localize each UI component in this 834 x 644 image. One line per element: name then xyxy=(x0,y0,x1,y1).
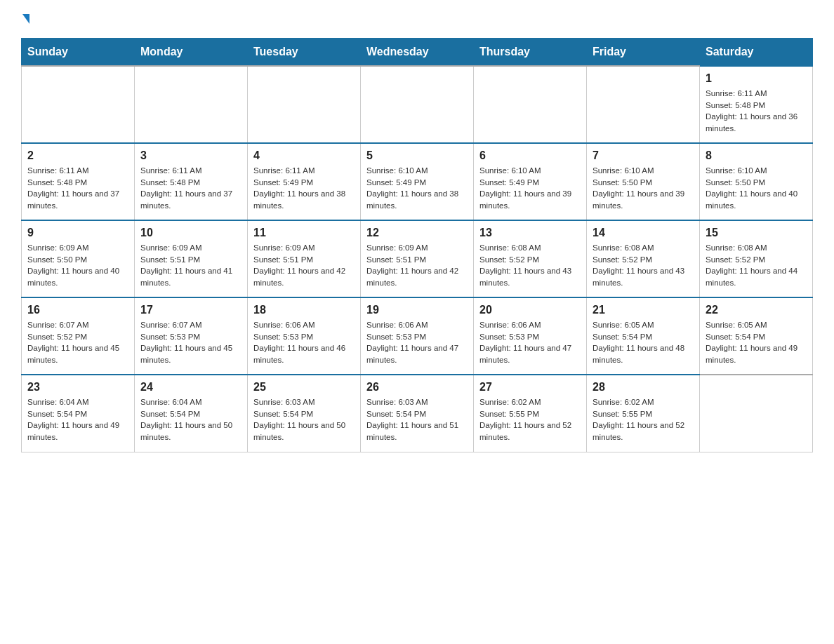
calendar-cell: 5Sunrise: 6:10 AM Sunset: 5:49 PM Daylig… xyxy=(361,143,474,220)
calendar-cell: 1Sunrise: 6:11 AM Sunset: 5:48 PM Daylig… xyxy=(700,66,813,143)
day-info: Sunrise: 6:05 AM Sunset: 5:54 PM Dayligh… xyxy=(706,319,807,366)
calendar-cell: 11Sunrise: 6:09 AM Sunset: 5:51 PM Dayli… xyxy=(248,220,361,297)
calendar-cell: 6Sunrise: 6:10 AM Sunset: 5:49 PM Daylig… xyxy=(474,143,587,220)
day-number: 20 xyxy=(479,304,581,316)
calendar-cell: 17Sunrise: 6:07 AM Sunset: 5:53 PM Dayli… xyxy=(135,297,248,375)
week-row-2: 2Sunrise: 6:11 AM Sunset: 5:48 PM Daylig… xyxy=(22,143,813,220)
day-number: 12 xyxy=(366,227,468,239)
weekday-header-sunday: Sunday xyxy=(22,39,135,67)
day-number: 8 xyxy=(706,149,807,162)
day-number: 3 xyxy=(140,149,241,162)
week-row-1: 1Sunrise: 6:11 AM Sunset: 5:48 PM Daylig… xyxy=(22,66,813,143)
day-number: 28 xyxy=(593,381,694,394)
day-info: Sunrise: 6:09 AM Sunset: 5:51 PM Dayligh… xyxy=(253,242,355,289)
calendar-cell: 7Sunrise: 6:10 AM Sunset: 5:50 PM Daylig… xyxy=(587,143,700,220)
calendar-cell: 21Sunrise: 6:05 AM Sunset: 5:54 PM Dayli… xyxy=(587,297,700,375)
day-info: Sunrise: 6:09 AM Sunset: 5:51 PM Dayligh… xyxy=(140,242,241,289)
day-info: Sunrise: 6:10 AM Sunset: 5:49 PM Dayligh… xyxy=(366,165,468,212)
day-number: 11 xyxy=(253,227,355,239)
day-info: Sunrise: 6:11 AM Sunset: 5:48 PM Dayligh… xyxy=(27,165,128,212)
calendar-cell: 12Sunrise: 6:09 AM Sunset: 5:51 PM Dayli… xyxy=(361,220,474,297)
calendar-cell: 23Sunrise: 6:04 AM Sunset: 5:54 PM Dayli… xyxy=(22,375,135,452)
day-info: Sunrise: 6:07 AM Sunset: 5:52 PM Dayligh… xyxy=(27,319,128,366)
page-header xyxy=(21,14,813,24)
day-number: 24 xyxy=(140,381,241,394)
calendar-cell: 28Sunrise: 6:02 AM Sunset: 5:55 PM Dayli… xyxy=(587,375,700,452)
weekday-header-saturday: Saturday xyxy=(700,39,813,67)
day-info: Sunrise: 6:08 AM Sunset: 5:52 PM Dayligh… xyxy=(593,242,694,289)
week-row-5: 23Sunrise: 6:04 AM Sunset: 5:54 PM Dayli… xyxy=(22,375,813,452)
calendar-cell: 2Sunrise: 6:11 AM Sunset: 5:48 PM Daylig… xyxy=(22,143,135,220)
day-info: Sunrise: 6:09 AM Sunset: 5:51 PM Dayligh… xyxy=(366,242,468,289)
day-number: 2 xyxy=(27,149,128,162)
day-number: 7 xyxy=(593,149,694,162)
calendar-cell: 26Sunrise: 6:03 AM Sunset: 5:54 PM Dayli… xyxy=(361,375,474,452)
logo xyxy=(21,14,29,24)
calendar-cell: 16Sunrise: 6:07 AM Sunset: 5:52 PM Dayli… xyxy=(22,297,135,375)
calendar-cell: 20Sunrise: 6:06 AM Sunset: 5:53 PM Dayli… xyxy=(474,297,587,375)
day-info: Sunrise: 6:09 AM Sunset: 5:50 PM Dayligh… xyxy=(27,242,128,289)
day-info: Sunrise: 6:05 AM Sunset: 5:54 PM Dayligh… xyxy=(593,319,694,366)
day-info: Sunrise: 6:02 AM Sunset: 5:55 PM Dayligh… xyxy=(479,396,581,443)
calendar-cell: 18Sunrise: 6:06 AM Sunset: 5:53 PM Dayli… xyxy=(248,297,361,375)
day-number: 6 xyxy=(479,149,581,162)
weekday-header-thursday: Thursday xyxy=(474,39,587,67)
weekday-header-row: SundayMondayTuesdayWednesdayThursdayFrid… xyxy=(22,39,813,67)
weekday-header-tuesday: Tuesday xyxy=(248,39,361,67)
day-info: Sunrise: 6:07 AM Sunset: 5:53 PM Dayligh… xyxy=(140,319,241,366)
day-number: 17 xyxy=(140,304,241,316)
day-info: Sunrise: 6:10 AM Sunset: 5:50 PM Dayligh… xyxy=(706,165,807,212)
weekday-header-monday: Monday xyxy=(135,39,248,67)
calendar-cell: 19Sunrise: 6:06 AM Sunset: 5:53 PM Dayli… xyxy=(361,297,474,375)
day-info: Sunrise: 6:11 AM Sunset: 5:48 PM Dayligh… xyxy=(140,165,241,212)
day-number: 19 xyxy=(366,304,468,316)
logo-arrow-icon xyxy=(22,14,29,24)
calendar-cell: 13Sunrise: 6:08 AM Sunset: 5:52 PM Dayli… xyxy=(474,220,587,297)
day-number: 5 xyxy=(366,149,468,162)
calendar-cell: 22Sunrise: 6:05 AM Sunset: 5:54 PM Dayli… xyxy=(700,297,813,375)
day-info: Sunrise: 6:04 AM Sunset: 5:54 PM Dayligh… xyxy=(140,396,241,443)
calendar-cell xyxy=(361,66,474,143)
calendar-cell: 27Sunrise: 6:02 AM Sunset: 5:55 PM Dayli… xyxy=(474,375,587,452)
calendar-cell xyxy=(135,66,248,143)
day-info: Sunrise: 6:10 AM Sunset: 5:50 PM Dayligh… xyxy=(593,165,694,212)
day-info: Sunrise: 6:08 AM Sunset: 5:52 PM Dayligh… xyxy=(479,242,581,289)
day-number: 18 xyxy=(253,304,355,316)
calendar-cell: 8Sunrise: 6:10 AM Sunset: 5:50 PM Daylig… xyxy=(700,143,813,220)
day-number: 4 xyxy=(253,149,355,162)
calendar-cell: 9Sunrise: 6:09 AM Sunset: 5:50 PM Daylig… xyxy=(22,220,135,297)
calendar-cell: 10Sunrise: 6:09 AM Sunset: 5:51 PM Dayli… xyxy=(135,220,248,297)
day-number: 27 xyxy=(479,381,581,394)
day-info: Sunrise: 6:11 AM Sunset: 5:48 PM Dayligh… xyxy=(706,88,807,135)
calendar-cell: 24Sunrise: 6:04 AM Sunset: 5:54 PM Dayli… xyxy=(135,375,248,452)
day-info: Sunrise: 6:03 AM Sunset: 5:54 PM Dayligh… xyxy=(253,396,355,443)
calendar-cell xyxy=(474,66,587,143)
day-number: 13 xyxy=(479,227,581,239)
day-number: 23 xyxy=(27,381,128,394)
weekday-header-wednesday: Wednesday xyxy=(361,39,474,67)
day-number: 21 xyxy=(593,304,694,316)
day-number: 9 xyxy=(27,227,128,239)
calendar-table: SundayMondayTuesdayWednesdayThursdayFrid… xyxy=(21,38,813,452)
calendar-cell: 4Sunrise: 6:11 AM Sunset: 5:49 PM Daylig… xyxy=(248,143,361,220)
day-number: 15 xyxy=(706,227,807,239)
day-number: 25 xyxy=(253,381,355,394)
day-info: Sunrise: 6:04 AM Sunset: 5:54 PM Dayligh… xyxy=(27,396,128,443)
calendar-cell xyxy=(587,66,700,143)
day-number: 22 xyxy=(706,304,807,316)
week-row-4: 16Sunrise: 6:07 AM Sunset: 5:52 PM Dayli… xyxy=(22,297,813,375)
calendar-cell xyxy=(248,66,361,143)
calendar-cell: 14Sunrise: 6:08 AM Sunset: 5:52 PM Dayli… xyxy=(587,220,700,297)
day-info: Sunrise: 6:10 AM Sunset: 5:49 PM Dayligh… xyxy=(479,165,581,212)
calendar-cell: 3Sunrise: 6:11 AM Sunset: 5:48 PM Daylig… xyxy=(135,143,248,220)
week-row-3: 9Sunrise: 6:09 AM Sunset: 5:50 PM Daylig… xyxy=(22,220,813,297)
day-number: 1 xyxy=(706,72,807,85)
day-info: Sunrise: 6:06 AM Sunset: 5:53 PM Dayligh… xyxy=(479,319,581,366)
day-info: Sunrise: 6:03 AM Sunset: 5:54 PM Dayligh… xyxy=(366,396,468,443)
day-info: Sunrise: 6:06 AM Sunset: 5:53 PM Dayligh… xyxy=(253,319,355,366)
calendar-cell xyxy=(700,375,813,452)
day-number: 14 xyxy=(593,227,694,239)
day-info: Sunrise: 6:02 AM Sunset: 5:55 PM Dayligh… xyxy=(593,396,694,443)
calendar-cell: 25Sunrise: 6:03 AM Sunset: 5:54 PM Dayli… xyxy=(248,375,361,452)
calendar-cell: 15Sunrise: 6:08 AM Sunset: 5:52 PM Dayli… xyxy=(700,220,813,297)
